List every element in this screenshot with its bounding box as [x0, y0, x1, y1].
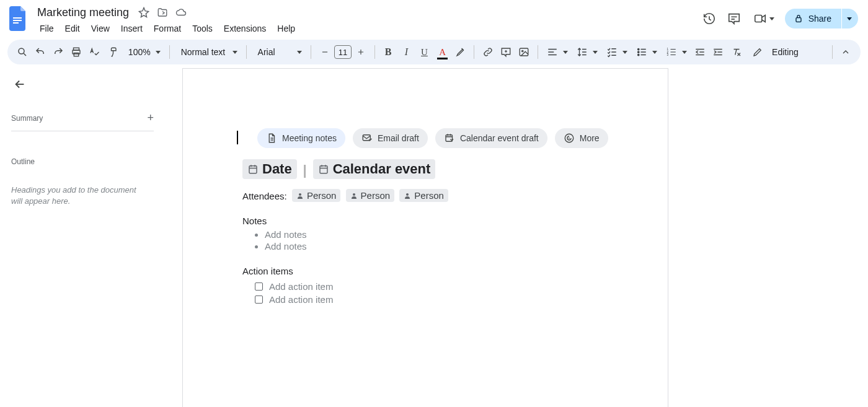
- style-dropdown[interactable]: Normal text: [175, 47, 241, 57]
- spellcheck-icon[interactable]: [86, 43, 103, 61]
- chip-calendar-event-draft[interactable]: Calendar event draft: [435, 128, 547, 148]
- paint-format-icon[interactable]: [104, 43, 121, 61]
- collapse-toolbar-icon[interactable]: [838, 43, 854, 61]
- svg-rect-8: [74, 53, 79, 56]
- notes-heading: Notes: [242, 216, 608, 226]
- line-spacing-dropdown[interactable]: [573, 46, 601, 58]
- attendees-label: Attendees:: [242, 191, 287, 201]
- star-icon[interactable]: [138, 6, 150, 19]
- menu-extensions[interactable]: Extensions: [219, 21, 271, 36]
- svg-rect-1: [13, 20, 22, 21]
- undo-icon[interactable]: [32, 43, 48, 61]
- clear-formatting-icon[interactable]: [728, 43, 745, 61]
- search-icon[interactable]: [14, 43, 30, 61]
- calendar-event-smart-chip[interactable]: Calendar event: [313, 159, 436, 179]
- editing-mode-dropdown[interactable]: Editing: [747, 46, 827, 58]
- cloud-icon[interactable]: [175, 6, 187, 19]
- font-dropdown[interactable]: Arial: [252, 47, 306, 57]
- increase-indent-icon[interactable]: [710, 43, 727, 61]
- svg-rect-9: [520, 48, 528, 56]
- chip-more-label: More: [580, 133, 600, 143]
- action-item-label: Add action item: [269, 294, 333, 305]
- highlight-icon[interactable]: [452, 43, 469, 61]
- move-icon[interactable]: [156, 6, 169, 19]
- svg-rect-21: [249, 166, 257, 173]
- chip-meeting-notes-label: Meeting notes: [282, 133, 337, 143]
- checklist-dropdown[interactable]: [603, 46, 631, 58]
- svg-point-24: [353, 193, 355, 196]
- italic-icon[interactable]: I: [398, 43, 415, 61]
- svg-rect-22: [320, 166, 327, 173]
- outline-label: Outline: [11, 157, 159, 166]
- menu-file[interactable]: File: [35, 21, 59, 36]
- chip-email-draft[interactable]: Email draft: [353, 128, 428, 148]
- link-icon[interactable]: [479, 43, 496, 61]
- svg-rect-3: [755, 15, 761, 22]
- meet-icon[interactable]: [750, 10, 777, 27]
- action-items-heading: Action items: [242, 266, 608, 276]
- svg-rect-0: [13, 17, 22, 19]
- bulleted-list-dropdown[interactable]: [632, 46, 661, 58]
- chip-more[interactable]: More: [555, 128, 608, 148]
- action-item[interactable]: Add action item: [255, 280, 608, 293]
- date-smart-chip[interactable]: Date: [242, 159, 297, 179]
- menu-help[interactable]: Help: [272, 21, 300, 36]
- action-item-label: Add action item: [269, 281, 333, 292]
- style-value: Normal text: [179, 47, 228, 57]
- menu-tools[interactable]: Tools: [187, 21, 218, 36]
- menu-edit[interactable]: Edit: [60, 21, 85, 36]
- numbered-list-dropdown[interactable]: 123: [662, 46, 691, 58]
- share-dropdown[interactable]: [842, 9, 858, 28]
- note-item[interactable]: Add notes: [265, 240, 608, 252]
- summary-label: Summary: [11, 114, 43, 123]
- underline-icon[interactable]: U: [416, 43, 433, 61]
- checkbox-icon[interactable]: [255, 295, 263, 304]
- outline-hint: Headings you add to the document will ap…: [11, 185, 144, 207]
- person-chip[interactable]: Person: [399, 189, 448, 202]
- chip-separator: |: [303, 162, 307, 178]
- font-size-input[interactable]: 11: [334, 45, 351, 59]
- comments-icon[interactable]: [725, 10, 743, 27]
- redo-icon[interactable]: [50, 43, 66, 61]
- person-chip[interactable]: Person: [346, 189, 395, 202]
- doc-title[interactable]: Marketing meeting: [35, 6, 131, 20]
- date-chip-label: Date: [262, 161, 292, 177]
- text-cursor: [237, 131, 238, 144]
- zoom-value: 100%: [126, 47, 153, 57]
- action-item[interactable]: Add action item: [255, 293, 608, 306]
- svg-rect-2: [13, 22, 19, 24]
- zoom-dropdown[interactable]: 100%: [122, 47, 164, 57]
- add-summary-icon[interactable]: +: [147, 112, 154, 125]
- svg-point-25: [406, 193, 409, 196]
- chip-calendar-event-draft-label: Calendar event draft: [460, 133, 539, 143]
- image-icon[interactable]: [516, 43, 533, 61]
- chip-email-draft-label: Email draft: [378, 133, 419, 143]
- text-color-icon[interactable]: A: [434, 43, 451, 61]
- document-page[interactable]: Meeting notes Email draft Calendar event…: [182, 68, 668, 407]
- add-comment-icon[interactable]: [497, 43, 514, 61]
- font-decrease[interactable]: [316, 43, 333, 61]
- person-chip-label: Person: [307, 190, 337, 201]
- menu-insert[interactable]: Insert: [116, 21, 148, 36]
- hide-outline-icon[interactable]: [11, 76, 29, 93]
- share-label: Share: [808, 14, 831, 24]
- svg-point-11: [637, 48, 639, 50]
- history-icon[interactable]: [701, 10, 718, 27]
- align-dropdown[interactable]: [543, 46, 572, 58]
- person-chip[interactable]: Person: [292, 189, 341, 202]
- decrease-indent-icon[interactable]: [692, 43, 709, 61]
- font-increase[interactable]: [353, 43, 370, 61]
- svg-point-13: [637, 54, 639, 55]
- menu-view[interactable]: View: [86, 21, 115, 36]
- bold-icon[interactable]: B: [380, 43, 397, 61]
- share-button[interactable]: Share: [785, 9, 841, 28]
- calendar-chip-label: Calendar event: [333, 161, 431, 177]
- docs-app-icon[interactable]: [7, 5, 30, 32]
- chip-meeting-notes[interactable]: Meeting notes: [257, 128, 345, 148]
- note-item[interactable]: Add notes: [265, 229, 608, 240]
- person-chip-label: Person: [414, 190, 444, 201]
- print-icon[interactable]: [68, 43, 84, 61]
- checkbox-icon[interactable]: [255, 282, 263, 291]
- svg-point-12: [637, 51, 639, 53]
- menu-format[interactable]: Format: [149, 21, 186, 36]
